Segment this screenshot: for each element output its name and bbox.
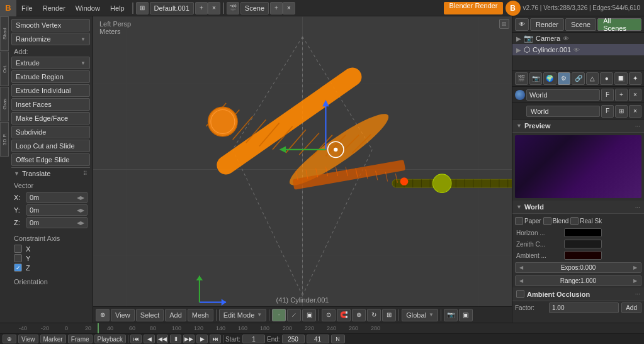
- horizon-swatch[interactable]: [564, 228, 602, 237]
- add-btn[interactable]: Add: [621, 302, 641, 313]
- realsk-option[interactable]: Real Sk: [570, 217, 602, 225]
- material-tab[interactable]: ●: [600, 72, 613, 85]
- subdivide-btn[interactable]: Subdivide: [11, 126, 90, 138]
- rotate-btn[interactable]: ↻: [367, 309, 381, 321]
- paper-option[interactable]: Paper: [515, 217, 541, 225]
- world-unlink-btn[interactable]: ×: [629, 89, 641, 101]
- ao-checkbox[interactable]: [516, 290, 524, 298]
- fps-display[interactable]: N: [331, 335, 345, 343]
- extrude-individual-btn[interactable]: Extrude Individual: [11, 84, 90, 97]
- browse-tab[interactable]: Render: [530, 18, 564, 31]
- translate-header[interactable]: ▼ Translate ⠿: [11, 167, 90, 179]
- frame-tab[interactable]: Frame: [68, 335, 93, 343]
- world-resize-btn[interactable]: ⊞: [615, 105, 628, 118]
- extrude-region-btn[interactable]: Extrude Region: [11, 70, 90, 83]
- menu-window[interactable]: Window: [71, 0, 105, 16]
- y-input[interactable]: 0m: [26, 204, 88, 216]
- face-select-btn[interactable]: ▣: [302, 309, 316, 321]
- start-frame-input[interactable]: 1: [242, 335, 265, 343]
- factor-input[interactable]: 1.00: [549, 302, 619, 313]
- ort-tab[interactable]: Ort.: [0, 52, 9, 86]
- world-browse-btn[interactable]: F: [601, 89, 614, 101]
- proportional-btn[interactable]: ⊙: [322, 309, 336, 321]
- vertex-select-btn[interactable]: ·: [272, 309, 286, 321]
- cylinder-item[interactable]: ▶ ⬡ Cylinder.001 👁: [512, 44, 644, 55]
- menu-help[interactable]: Help: [105, 0, 130, 16]
- world-section-header[interactable]: ▼ World ···: [512, 201, 644, 214]
- scene-add[interactable]: +: [270, 2, 283, 14]
- render-props-tab[interactable]: 🎬: [515, 72, 528, 85]
- timeline-icon[interactable]: ⊕: [3, 335, 16, 343]
- constraint-tab[interactable]: 🔗: [572, 72, 585, 85]
- scene-name[interactable]: Scene: [240, 2, 269, 14]
- world-props-tab[interactable]: 🌍: [543, 72, 556, 85]
- end-frame-input[interactable]: 250: [282, 335, 305, 343]
- transform-manipulator[interactable]: ⊕: [352, 309, 366, 321]
- particle-tab[interactable]: ✦: [629, 72, 642, 85]
- mesh-menu[interactable]: Mesh: [188, 309, 213, 321]
- world-f-btn[interactable]: F: [601, 105, 614, 118]
- extrude-btn[interactable]: Extrude: [11, 57, 90, 69]
- range-btn[interactable]: Range:1.000: [515, 275, 641, 286]
- smooth-vertex-btn[interactable]: Smooth Vertex: [11, 19, 90, 31]
- z-checkbox[interactable]: [14, 264, 22, 272]
- layout-name[interactable]: Default.001: [150, 2, 194, 14]
- layers-btn[interactable]: ▣: [459, 309, 473, 321]
- viewport-icon-btn[interactable]: ⊕: [96, 309, 110, 321]
- all-scenes-tab[interactable]: All Scenes: [597, 18, 641, 31]
- z-input[interactable]: 0m: [26, 217, 88, 228]
- make-edge-face-btn[interactable]: Make Edge/Face: [11, 112, 90, 125]
- randomize-btn[interactable]: Randomize: [11, 33, 90, 45]
- data-tab[interactable]: △: [586, 72, 599, 85]
- gras-tab[interactable]: Gras: [0, 87, 9, 121]
- ao-section-header[interactable]: Ambient Occlusion ···: [512, 287, 644, 301]
- end-btn[interactable]: ⏭: [210, 335, 221, 343]
- paper-checkbox[interactable]: [515, 217, 523, 225]
- world-name-field[interactable]: World: [526, 89, 600, 101]
- inset-faces-btn[interactable]: Inset Faces: [11, 98, 90, 111]
- marker-tab[interactable]: Marker: [40, 335, 66, 343]
- x-checkbox[interactable]: [14, 245, 22, 253]
- blend-checkbox[interactable]: [543, 217, 551, 225]
- scene-props-tab[interactable]: 📷: [529, 72, 543, 85]
- y-checkbox[interactable]: [14, 254, 22, 262]
- scene-close[interactable]: ×: [283, 2, 295, 14]
- preview-section-header[interactable]: ▼ Preview ···: [512, 119, 644, 133]
- realsk-checkbox[interactable]: [570, 217, 579, 225]
- play-btn[interactable]: ▶▶: [183, 335, 195, 343]
- loop-cut-btn[interactable]: Loop Cut and Slide: [11, 140, 90, 152]
- ambient-swatch[interactable]: [564, 251, 602, 260]
- select-menu[interactable]: Select: [136, 309, 164, 321]
- zenith-swatch[interactable]: [564, 240, 602, 248]
- prev-frame-btn[interactable]: ◀: [144, 335, 155, 343]
- 3dp-tab[interactable]: 3D P.: [0, 122, 9, 157]
- world-x-btn[interactable]: ×: [629, 105, 641, 118]
- layout-add[interactable]: +: [195, 2, 208, 14]
- view-tab[interactable]: View: [18, 335, 38, 343]
- object-props-tab[interactable]: ⚙: [558, 72, 571, 85]
- expos-btn[interactable]: Expos:0.000: [515, 262, 641, 273]
- blend-option[interactable]: Blend: [543, 217, 569, 225]
- camera-btn[interactable]: 📷: [444, 309, 458, 321]
- add-menu[interactable]: Add: [165, 309, 186, 321]
- viewport-expand-btn[interactable]: ⊞: [499, 19, 509, 29]
- edge-select-btn[interactable]: ⟋: [287, 309, 301, 321]
- current-frame-input[interactable]: 41: [307, 335, 329, 343]
- global-selector[interactable]: Global ▼: [402, 309, 438, 321]
- scene-tab[interactable]: Scene: [565, 18, 596, 31]
- scale-btn[interactable]: ⊞: [382, 309, 396, 321]
- mode-selector[interactable]: Edit Mode ▼: [219, 309, 266, 321]
- play-icon-btn[interactable]: ⏮: [130, 335, 142, 343]
- next-frame-btn[interactable]: ▶: [196, 335, 208, 343]
- viewport[interactable]: Left Persp Meters ⊞: [93, 16, 512, 323]
- view-btn[interactable]: 👁: [515, 18, 529, 31]
- snap-btn[interactable]: 🧲: [337, 309, 351, 321]
- engine-selector[interactable]: Blender Render: [444, 2, 502, 14]
- texture-tab[interactable]: 🔲: [614, 72, 628, 85]
- stop-btn[interactable]: ⏸: [170, 335, 181, 343]
- layout-close[interactable]: ×: [208, 2, 220, 14]
- offset-edge-btn[interactable]: Offset Edge Slide: [11, 153, 90, 166]
- playback-tab[interactable]: Playback: [94, 335, 127, 343]
- scene-icon[interactable]: 🎬: [227, 2, 239, 14]
- reverse-play-btn[interactable]: ◀◀: [157, 335, 168, 343]
